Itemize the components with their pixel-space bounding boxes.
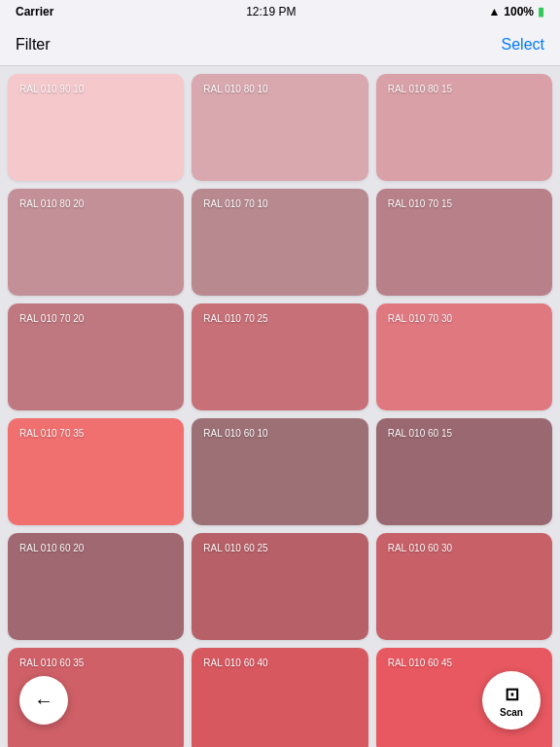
color-label: RAL 010 80 20 (14, 195, 89, 213)
color-label: RAL 010 60 40 (197, 654, 273, 672)
scan-button[interactable]: ⊡ Scan (482, 671, 541, 729)
color-label: RAL 010 70 10 (197, 195, 273, 213)
color-label: RAL 010 90 10 (14, 80, 89, 98)
scan-icon: ⊡ (505, 684, 519, 705)
color-card[interactable]: RAL 010 70 20 (8, 303, 184, 410)
color-label: RAL 010 80 15 (382, 80, 458, 98)
battery-icon: ▮ (538, 5, 544, 18)
color-card[interactable]: RAL 010 70 10 (192, 189, 368, 296)
carrier-label: Carrier (16, 5, 53, 18)
color-grid: RAL 010 90 10RAL 010 80 10RAL 010 80 15R… (0, 66, 560, 747)
battery-label: 100% (504, 5, 534, 18)
color-label: RAL 010 70 20 (14, 309, 89, 328)
battery-status: ▲ 100% ▮ (488, 5, 544, 18)
select-button[interactable]: Select (502, 36, 544, 53)
nav-bar: Filter Select (0, 23, 560, 66)
color-card[interactable]: RAL 010 80 15 (376, 74, 552, 181)
color-card[interactable]: RAL 010 60 20 (8, 533, 184, 640)
color-label: RAL 010 80 10 (197, 80, 273, 98)
color-card[interactable]: RAL 010 60 15 (376, 418, 552, 525)
color-label: RAL 010 60 15 (382, 424, 458, 443)
color-label: RAL 010 70 35 (14, 424, 89, 443)
color-label: RAL 010 60 35 (14, 654, 89, 672)
time-label: 12:19 PM (246, 5, 296, 18)
back-button[interactable]: ← (19, 676, 68, 725)
color-card[interactable]: RAL 010 70 25 (192, 303, 368, 410)
color-card[interactable]: RAL 010 90 10 (8, 74, 184, 181)
wifi-icon: ▲ (488, 5, 500, 18)
color-label: RAL 010 60 45 (382, 654, 458, 672)
color-card[interactable]: RAL 010 80 20 (8, 189, 184, 296)
scan-label: Scan (500, 707, 523, 718)
color-card[interactable]: RAL 010 60 40 (192, 648, 368, 747)
color-label: RAL 010 60 20 (14, 539, 89, 557)
color-label: RAL 010 70 30 (382, 309, 458, 328)
color-label: RAL 010 70 15 (382, 195, 458, 213)
color-card[interactable]: RAL 010 60 30 (376, 533, 552, 640)
color-card[interactable]: RAL 010 70 35 (8, 418, 184, 525)
color-card[interactable]: RAL 010 80 10 (192, 74, 368, 181)
color-label: RAL 010 60 30 (382, 539, 458, 557)
status-bar: Carrier 12:19 PM ▲ 100% ▮ (0, 0, 560, 23)
color-card[interactable]: RAL 010 60 10 (192, 418, 368, 525)
color-label: RAL 010 70 25 (197, 309, 273, 328)
filter-button[interactable]: Filter (16, 36, 51, 53)
color-card[interactable]: RAL 010 70 15 (376, 189, 552, 296)
color-card[interactable]: RAL 010 60 25 (192, 533, 368, 640)
color-label: RAL 010 60 25 (197, 539, 273, 557)
color-card[interactable]: RAL 010 70 30 (376, 303, 552, 410)
color-label: RAL 010 60 10 (197, 424, 273, 443)
